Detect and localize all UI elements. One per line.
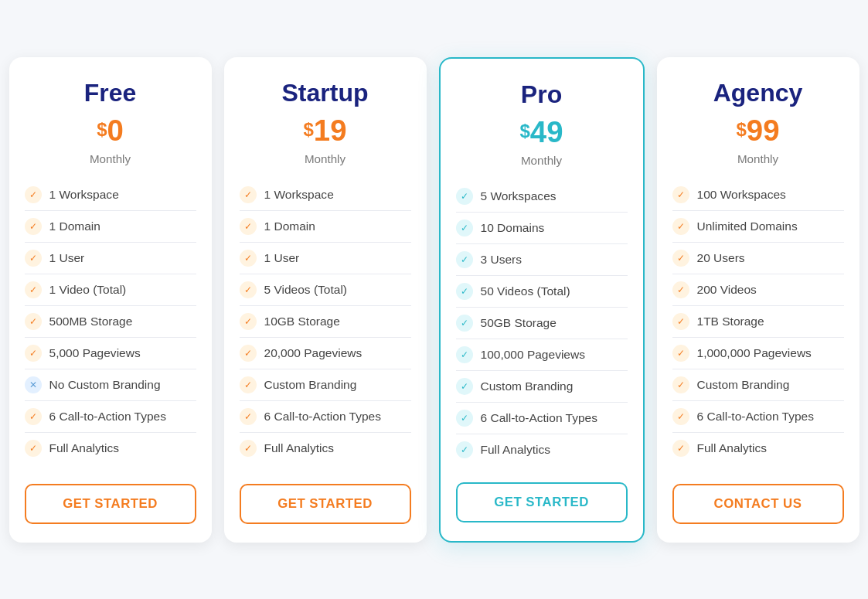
feature-text: 10 Domains [481,221,545,235]
feature-list-pro: ✓5 Workspaces✓10 Domains✓3 Users✓50 Vide… [456,181,628,465]
plan-period-startup: Monthly [240,152,411,165]
feature-text: 50 Videos (Total) [481,284,570,298]
check-icon: ✓ [672,250,689,267]
feature-text: 3 Users [481,253,522,267]
check-icon: ✓ [240,250,257,267]
check-icon: ✓ [25,186,42,203]
check-icon: ✓ [456,441,473,458]
feature-text: 1,000,000 Pageviews [697,346,812,360]
list-item: ✓Full Analytics [25,433,196,464]
check-icon: ✓ [456,346,473,363]
plan-card-pro: Pro$49Monthly✓5 Workspaces✓10 Domains✓3 … [439,57,645,543]
list-item: ✓100 Workspaces [672,179,844,211]
check-icon: ✓ [672,345,689,362]
feature-text: 6 Call-to-Action Types [697,410,815,424]
cta-button-free[interactable]: GET STARTED [25,484,196,524]
price-dollar-agency: $ [736,118,746,139]
feature-text: 20 Users [697,251,745,265]
list-item: ✓Custom Branding [456,371,628,403]
feature-text: 6 Call-to-Action Types [49,410,167,424]
feature-text: Unlimited Domains [697,220,798,233]
feature-text: 100 Workspaces [697,188,786,202]
check-icon: ✓ [672,313,689,330]
check-icon: ✓ [456,283,473,300]
feature-text: 5 Videos (Total) [264,283,348,297]
list-item: ✓1 Workspace [25,179,196,211]
check-icon: ✓ [25,313,42,330]
list-item: ✓50 Videos (Total) [456,276,628,308]
check-icon: ✓ [672,281,689,298]
plan-name-startup: Startup [240,79,411,107]
feature-text: 100,000 Pageviews [481,348,585,362]
list-item: ✓6 Call-to-Action Types [456,403,628,434]
list-item: ✓Full Analytics [672,433,844,464]
check-icon: ✓ [25,281,42,298]
cta-button-startup[interactable]: GET STARTED [240,484,411,524]
check-icon: ✓ [25,408,42,425]
feature-text: 20,000 Pageviews [264,346,363,360]
feature-text: 1TB Storage [697,315,764,328]
cta-button-agency[interactable]: CONTACT US [672,484,844,524]
check-icon: ✓ [240,186,257,203]
list-item: ✓6 Call-to-Action Types [672,401,844,433]
feature-list-free: ✓1 Workspace✓1 Domain✓1 User✓1 Video (To… [25,179,196,467]
plan-name-free: Free [25,79,196,107]
plan-price-row-free: $0 [25,114,196,148]
plan-name-pro: Pro [456,80,628,109]
check-icon: ✓ [25,345,42,362]
feature-text: 50GB Storage [481,316,557,330]
plan-card-free: Free$0Monthly✓1 Workspace✓1 Domain✓1 Use… [9,57,212,543]
price-amount-agency: 99 [747,114,780,147]
check-icon: ✓ [456,251,473,268]
feature-text: 1 Workspace [49,188,119,202]
list-item: ✓Unlimited Domains [672,211,844,243]
feature-text: Full Analytics [49,441,120,455]
list-item: ✓20 Users [672,243,844,274]
feature-text: 6 Call-to-Action Types [481,411,598,425]
pricing-container: Free$0Monthly✓1 Workspace✓1 Domain✓1 Use… [9,57,859,543]
check-icon: ✓ [240,281,257,298]
check-icon: ✓ [240,440,257,457]
feature-text: 5 Workspaces [481,189,557,203]
price-dollar-free: $ [97,118,107,139]
list-item: ✓Custom Branding [672,369,844,401]
feature-text: No Custom Branding [49,378,161,392]
feature-text: 1 Domain [49,220,100,233]
plan-price-row-agency: $99 [672,114,844,148]
list-item: ✓200 Videos [672,274,844,306]
check-icon: ✓ [672,186,689,203]
check-icon: ✓ [456,220,473,237]
check-icon: ✓ [672,408,689,425]
price-dollar-pro: $ [519,120,529,141]
feature-text: Full Analytics [481,443,551,457]
feature-text: Full Analytics [697,441,768,455]
plan-name-agency: Agency [672,79,844,107]
list-item: ✓1 Domain [25,211,196,243]
check-icon: ✓ [672,376,689,393]
check-icon: ✓ [240,313,257,330]
feature-text: 1 Domain [264,220,315,233]
list-item: ✓1,000,000 Pageviews [672,338,844,369]
feature-text: 5,000 Pageviews [49,346,141,360]
check-icon: ✓ [672,440,689,457]
feature-text: 1 Video (Total) [49,283,127,297]
check-icon: ✓ [456,188,473,205]
feature-text: Custom Branding [481,379,574,393]
check-icon: ✓ [456,378,473,395]
feature-text: Custom Branding [264,378,357,392]
x-icon: ✕ [25,376,42,393]
list-item: ✓1 Workspace [240,179,411,211]
list-item: ✓10GB Storage [240,306,411,338]
feature-text: 1 Workspace [264,188,334,202]
price-amount-pro: 49 [530,115,563,148]
check-icon: ✓ [25,218,42,235]
list-item: ✓1 Domain [240,211,411,243]
list-item: ✓50GB Storage [456,308,628,339]
feature-list-startup: ✓1 Workspace✓1 Domain✓1 User✓5 Videos (T… [240,179,411,467]
plan-card-agency: Agency$99Monthly✓100 Workspaces✓Unlimite… [657,57,859,543]
feature-text: 10GB Storage [264,315,340,328]
list-item: ✕No Custom Branding [25,369,196,401]
check-icon: ✓ [456,315,473,332]
feature-text: 1 User [49,251,85,265]
cta-button-pro[interactable]: GET STARTED [456,482,628,522]
